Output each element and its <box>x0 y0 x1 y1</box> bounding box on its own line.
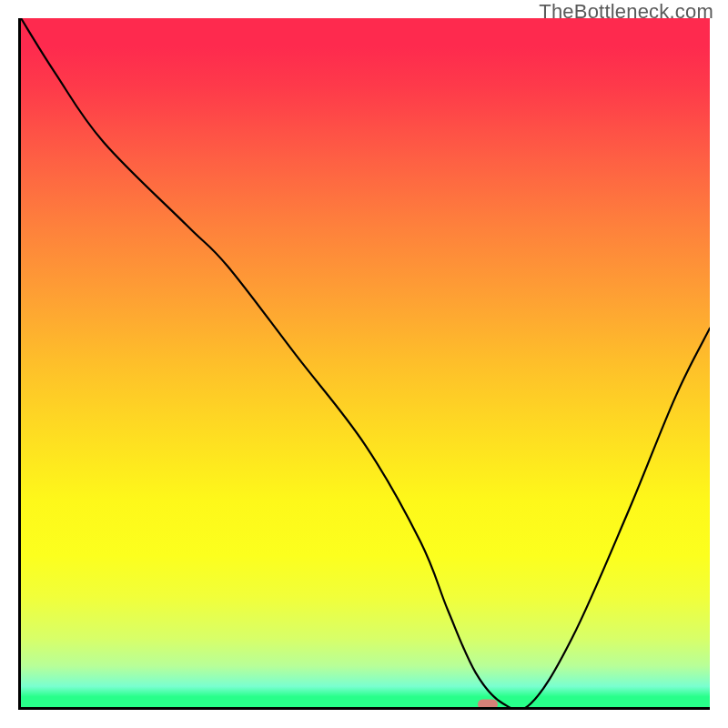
bottleneck-chart: TheBottleneck.com <box>0 0 728 728</box>
optimal-point-marker <box>478 699 498 709</box>
bottleneck-curve-path <box>21 18 710 707</box>
plot-area <box>18 18 710 710</box>
curve-svg <box>21 18 710 707</box>
